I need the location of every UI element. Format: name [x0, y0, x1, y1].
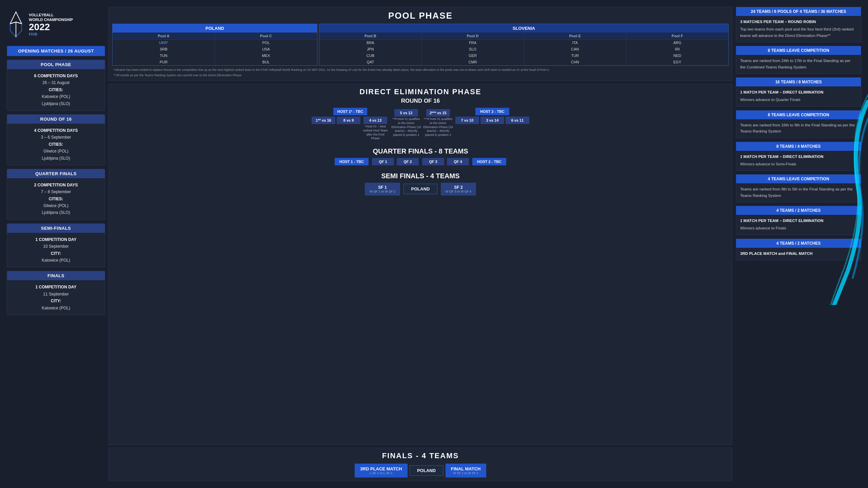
pool-a-header: Pool A: [113, 33, 215, 40]
r16-info-header: 16 TEAMS / 8 MATCHES: [736, 78, 861, 86]
pool-phase-card: POOL PHASE 6 COMPETITION DAYS 26 – 31 Au…: [7, 60, 105, 111]
de-section: DIRECT ELIMINATION PHASE ROUND OF 16 HOS…: [108, 84, 732, 445]
leave3-section: 4 TEAMS LEAVE COMPETITION Teams are rank…: [736, 174, 861, 202]
r16-info-body: 1 MATCH PER TEAM – DIRECT ELIMINATION Wi…: [740, 89, 857, 103]
poland-header: POLAND: [113, 24, 317, 33]
pool-d-team4: CMR: [422, 59, 524, 65]
qf-title: QUARTER FINALS - 8 TEAMS: [112, 147, 729, 155]
sf-body: 1 COMPETITION DAY 10 September CITY: Kat…: [7, 233, 105, 267]
fivb-logo-icon: [7, 10, 25, 39]
leave2-body: Teams are ranked from 16th to 9th in the…: [740, 122, 857, 135]
pool-footnotes: *Ukraine has been invited to replace Rus…: [112, 66, 729, 77]
match6-box: 7 vs 10: [455, 117, 479, 124]
match3-box: 4 vs 13: [363, 117, 387, 124]
pool-c-team1: POL: [215, 40, 317, 46]
host1-r16-box: HOST 1* - TBC: [333, 108, 367, 115]
finals-info-header: 4 TEAMS / 2 MATCHES: [736, 239, 861, 248]
qf-card: QUARTER FINALS 2 COMPETITION DAYS 7 – 8 …: [7, 169, 105, 220]
leave1-section: 8 TEAMS LEAVE COMPETITION Teams are rank…: [736, 46, 861, 74]
finals-bracket-title: FINALS - 4 TEAMS: [112, 451, 729, 460]
pool-phase-title: POOL PHASE: [112, 11, 729, 21]
pool-c-team3: MEX: [215, 53, 317, 59]
fivb-text-block: VOLLEYBALL WORLD CHAMPIONSHIP 2022 FIVB: [29, 13, 73, 37]
sf-card: SEMI-FINALS 1 COMPETITION DAY 10 Septemb…: [7, 223, 105, 268]
sf-header: SEMI-FINALS: [7, 224, 105, 233]
pool-e-team1: ITA: [524, 40, 626, 46]
pool-phase-section: POOL PHASE POLAND Pool A UKR* SRB TUN PU…: [108, 7, 732, 81]
sf-venue-box: POLAND: [403, 184, 437, 194]
qf4-box: QF 4: [447, 158, 469, 165]
sf2-box: SF 2 W QF 3 vs W QF 4: [441, 183, 476, 196]
pool-f-team1: ARG: [626, 40, 728, 46]
sf-info-section: 4 TEAMS / 2 MATCHES 1 MATCH PER TEAM – D…: [736, 206, 861, 235]
pool-c-team2: USA: [215, 46, 317, 53]
de-title: DIRECT ELIMINATION PHASE: [112, 87, 729, 96]
opening-header: OPENING MATCHES / 26 AUGUST: [7, 46, 105, 56]
left-column: VOLLEYBALL WORLD CHAMPIONSHIP 2022 FIVB …: [7, 7, 105, 481]
qf-info-body: 1 MATCH PER TEAM – DIRECT ELIMINATION Wi…: [740, 154, 857, 167]
pool-a: Pool A UKR* SRB TUN PUR: [113, 33, 215, 65]
match2-box: 8 vs 9: [337, 117, 360, 124]
leave3-body: Teams are ranked from 8th to 5th in the …: [740, 186, 857, 199]
pool-e-header: Pool E: [524, 33, 626, 40]
slovenia-pools: Pool B BRA JPN CUB QAT Pool D FRA SLO GE…: [319, 33, 728, 65]
pool-d-team2: SLO: [422, 46, 524, 53]
sf1-box: SF 1 W QF 1 vs W QF 2: [365, 183, 400, 196]
sf-info-header: 4 TEAMS / 2 MATCHES: [736, 206, 861, 215]
pool-e-team4: CHN: [524, 59, 626, 65]
leave1-body: Teams are ranked from 24th to 17th in th…: [740, 58, 857, 70]
logo-area: VOLLEYBALL WORLD CHAMPIONSHIP 2022 FIVB: [7, 7, 105, 42]
pool-info-body: 3 MATCHES PER TEAM – ROUND ROBIN Top two…: [740, 19, 857, 39]
pool-a-team2: SRB: [113, 46, 215, 53]
r16-title: ROUND OF 16: [112, 98, 729, 104]
match4-note: **If Host #1 qualifies to the Direct Eli…: [391, 117, 421, 137]
round16-card: ROUND OF 16 4 COMPETITION DAYS 3 – 6 Sep…: [7, 114, 105, 165]
pool-b-team1: BRA: [319, 40, 421, 46]
match1-box: 1** vs 16: [312, 117, 335, 124]
finals-venue-box: POLAND: [410, 465, 443, 476]
host2-r16-box: HOST 2 - TBC: [475, 108, 509, 115]
match5-box: 2*** vs 15: [426, 109, 450, 117]
pool-b-header: Pool B: [319, 33, 421, 40]
pool-b-team2: JPN: [319, 46, 421, 53]
match5-note: ***If Host #2 qualifies to the Direct El…: [423, 117, 453, 137]
round16-header: ROUND OF 16: [7, 115, 105, 124]
qf-header: QUARTER FINALS: [7, 169, 105, 178]
match4-box: 5 vs 12: [394, 109, 418, 117]
qf-body: 2 COMPETITION DAYS 7 – 8 September CITIE…: [7, 178, 105, 220]
finals-bracket-section: FINALS - 4 TEAMS 3RD PLACE MATCH L SF 1 …: [108, 448, 732, 481]
slovenia-header: SLOVENIA: [319, 24, 728, 33]
pool-a-team4: PUR: [113, 59, 215, 65]
pool-c-header: Pool C: [215, 33, 317, 40]
pool-a-team1: UKR*: [113, 40, 215, 46]
leave2-header: 8 TEAMS LEAVE COMPETITION: [736, 110, 861, 119]
pool-info-section: 24 TEAMS / 6 POOLS OF 4 TEAMS / 36 MATCH…: [736, 7, 861, 42]
pool-phase-header: POOL PHASE: [7, 60, 105, 69]
pool-f-header: Pool F: [626, 33, 728, 40]
round16-body: 4 COMPETITION DAYS 3 – 6 September CITIE…: [7, 124, 105, 165]
pool-c: Pool C POL USA MEX BUL: [215, 33, 317, 65]
pool-e-team3: TUR: [524, 53, 626, 59]
pool-f-team2: IRI: [626, 46, 728, 53]
qf2-box: QF 2: [397, 158, 419, 165]
pool-b-team4: QAT: [319, 59, 421, 65]
pool-d-team1: FRA: [422, 40, 524, 46]
match7-box: 3 vs 14: [480, 117, 504, 124]
mid-column: POOL PHASE POLAND Pool A UKR* SRB TUN PU…: [108, 7, 732, 481]
pool-e: Pool E ITA CAN TUR CHN: [524, 33, 627, 65]
r16-info-section: 16 TEAMS / 8 MATCHES 1 MATCH PER TEAM – …: [736, 77, 861, 107]
leave2-section: 8 TEAMS LEAVE COMPETITION Teams are rank…: [736, 110, 861, 138]
qf-info-section: 8 TEAMS / 4 MATCHES 1 MATCH PER TEAM – D…: [736, 142, 861, 171]
pool-d-header: Pool D: [422, 33, 524, 40]
pool-f: Pool F ARG IRI NED EGY: [626, 33, 728, 65]
opening-matches-card: OPENING MATCHES / 26 AUGUST: [7, 46, 105, 56]
main-container: VOLLEYBALL WORLD CHAMPIONSHIP 2022 FIVB …: [0, 0, 868, 488]
sf-info-body: 1 MATCH PER TEAM – DIRECT ELIMINATION Wi…: [740, 218, 857, 231]
pool-d-team3: GER: [422, 53, 524, 59]
sf-title: SEMI FINALS - 4 TEAMS: [112, 172, 729, 180]
match8-box: 6 vs 11: [506, 117, 529, 124]
pool-e-team2: CAN: [524, 46, 626, 53]
finals-info-body: 3RD PLACE MATCH and FINAL MATCH: [740, 250, 857, 257]
finals-card: FINALS 1 COMPETITION DAY 11 September CI…: [7, 271, 105, 315]
pool-c-team4: BUL: [215, 59, 317, 65]
